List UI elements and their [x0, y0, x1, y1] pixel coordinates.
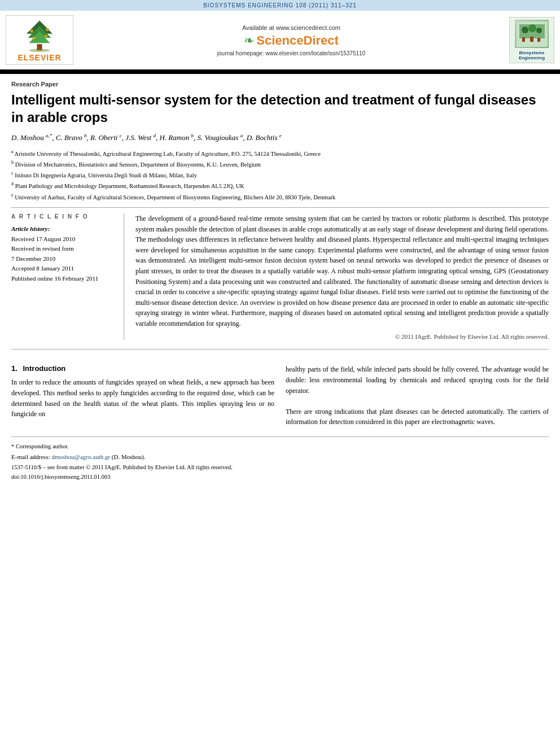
article-info-header: A R T I C L E I N F O: [11, 213, 115, 220]
svg-point-1: [29, 49, 50, 52]
svg-point-8: [44, 35, 47, 38]
sciencedirect-text: ScienceDirect: [256, 33, 339, 48]
svg-rect-14: [522, 37, 525, 42]
paper-type-label: Research Paper: [11, 81, 549, 88]
revised-date: 7 December 2010: [11, 255, 55, 262]
accepted-text: Accepted 8 January 2011: [11, 265, 74, 272]
elsevier-logo: ELSEVIER: [6, 15, 73, 65]
svg-rect-16: [537, 38, 540, 42]
elsevier-text: ELSEVIER: [18, 53, 61, 62]
doi-line: doi:10.1016/j.biosystemseng.2011.01.003: [11, 472, 549, 482]
affiliation-e: e University of Aarhus, Faculty of Agric…: [11, 192, 549, 202]
introduction-section: 1. Introduction In order to reduce the a…: [11, 359, 549, 427]
article-info-content: Article history: Received 17 August 2010…: [11, 224, 115, 284]
received-text: Received 17 August 2010: [11, 235, 75, 242]
authors-line: D. Moshou a,*, C. Bravo b, R. Oberti c, …: [11, 133, 549, 142]
email-link[interactable]: dmoshou@agro.auth.gr: [51, 453, 110, 460]
affiliation-d: d Plant Pathology and Microbiology Depar…: [11, 181, 549, 190]
footer-notes: * Corresponding author. E-mail address: …: [11, 436, 549, 482]
article-info-abstract-section: A R T I C L E I N F O Article history: R…: [11, 207, 549, 340]
abstract-text: The development of a ground-based real-t…: [135, 213, 549, 329]
revised-label: Received in revised form: [11, 245, 74, 252]
published-text: Published online 16 February 2011: [11, 275, 98, 282]
copyright-line: © 2011 IAgrE. Published by Elsevier Ltd.…: [135, 333, 549, 340]
svg-point-5: [30, 29, 33, 33]
journal-cover-image: [515, 20, 549, 48]
header-center: Available at www.sciencedirect.com ❧ Sci…: [79, 24, 504, 56]
svg-point-7: [33, 36, 36, 40]
svg-point-12: [528, 24, 536, 32]
journal-bar-text: BIOSYSTEMS ENGINEERING 108 (2011) 311–32…: [203, 2, 357, 8]
header-section: ELSEVIER Available at www.sciencedirect.…: [0, 11, 560, 71]
svg-point-11: [522, 27, 528, 33]
email-label: E-mail address:: [11, 453, 50, 460]
article-info-column: A R T I C L E I N F O Article history: R…: [11, 213, 124, 340]
affiliation-c: c Istituto Di Ingegneria Agraria, Univer…: [11, 170, 549, 180]
available-at-text: Available at www.sciencedirect.com: [79, 24, 504, 31]
email-note: E-mail address: dmoshou@agro.auth.gr (D.…: [11, 452, 549, 462]
journal-homepage-text: journal homepage: www.elsevier.com/locat…: [79, 50, 504, 56]
affiliation-b: b Division of Mechatronics, Biostatistic…: [11, 159, 549, 169]
introduction-right-column: healthy parts of the field, while infect…: [286, 364, 549, 427]
corresponding-note: * Corresponding author.: [11, 442, 549, 452]
journal-thumbnail-title: Biosystems Engineering: [512, 50, 552, 60]
sciencedirect-leaf-icon: ❧: [244, 33, 254, 48]
svg-rect-15: [530, 37, 533, 42]
history-label: Article history:: [11, 224, 115, 234]
introduction-heading: 1. Introduction: [11, 364, 274, 373]
affiliations-section: a Aristotle University of Thessaloniki, …: [11, 148, 549, 202]
introduction-left-text: In order to reduce the amounts of fungic…: [11, 377, 274, 419]
section-title: Introduction: [23, 364, 65, 373]
sciencedirect-logo: ❧ ScienceDirect: [79, 33, 504, 48]
email-person: (D. Moshou).: [112, 453, 146, 460]
elsevier-tree-icon: [17, 18, 62, 52]
section-number: 1.: [11, 364, 18, 373]
journal-bar: BIOSYSTEMS ENGINEERING 108 (2011) 311–32…: [0, 0, 560, 11]
svg-point-6: [46, 28, 49, 32]
affiliation-a: a Aristotle University of Thessaloniki, …: [11, 148, 549, 158]
issn-line: 1537-5110/$ – see front matter © 2011 IA…: [11, 462, 549, 473]
journal-thumbnail: Biosystems Engineering: [509, 17, 554, 63]
corresponding-label: * Corresponding author.: [11, 443, 69, 449]
abstract-column: The development of a ground-based real-t…: [135, 213, 549, 340]
section-divider: [11, 349, 549, 350]
introduction-right-text: healthy parts of the field, while infect…: [286, 364, 549, 427]
svg-point-13: [536, 28, 542, 33]
main-content: Research Paper Intelligent multi-sensor …: [0, 74, 560, 489]
introduction-left-column: 1. Introduction In order to reduce the a…: [11, 364, 274, 427]
paper-title: Intelligent multi-sensor system for the …: [11, 91, 549, 126]
